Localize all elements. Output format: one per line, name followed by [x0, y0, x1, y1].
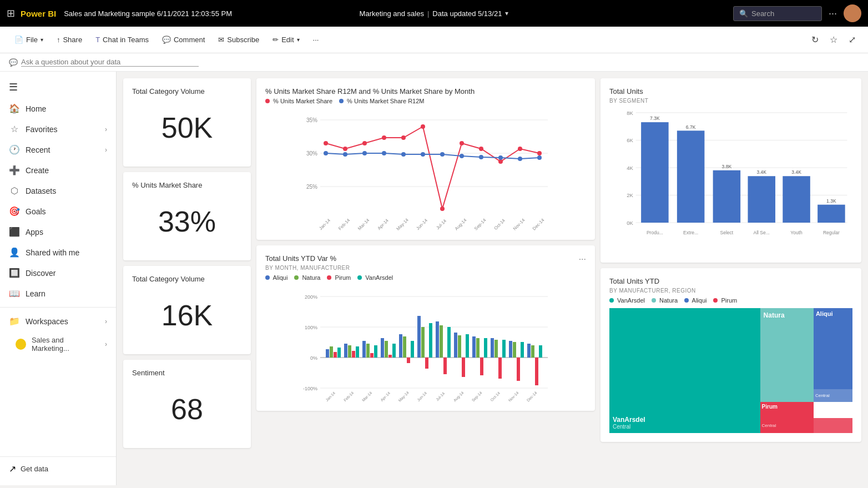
treemap-title: Total Units YTD — [609, 277, 696, 285]
sidebar-toggle[interactable]: ☰ — [0, 76, 116, 98]
treemap-cell-natura[interactable]: Natura — [760, 308, 814, 402]
search-box[interactable]: 🔍 Search — [733, 6, 822, 21]
svg-point-8 — [362, 141, 367, 145]
sidebar-item-apps[interactable]: ⬛ Apps — [0, 222, 116, 242]
more-options-icon[interactable]: ··· — [829, 8, 837, 19]
sidebar-sales-label: Sales and Marketing... — [32, 336, 99, 353]
svg-rect-127 — [748, 176, 775, 223]
svg-text:8K: 8K — [627, 110, 633, 116]
svg-rect-59 — [362, 341, 366, 358]
svg-text:Feb-14: Feb-14 — [337, 218, 351, 231]
svg-rect-84 — [476, 338, 480, 358]
svg-text:0%: 0% — [310, 355, 317, 361]
comment-button[interactable]: 💬 Comment — [157, 32, 210, 47]
svg-point-6 — [324, 141, 328, 145]
svg-rect-51 — [326, 349, 329, 358]
svg-rect-78 — [447, 327, 451, 358]
search-icon: 🔍 — [739, 9, 748, 18]
star-icon[interactable]: ☆ — [826, 31, 841, 48]
svg-rect-53 — [334, 352, 337, 358]
treemap-natura-label: Natura — [659, 297, 678, 304]
apps-icon: ⬛ — [9, 227, 20, 237]
svg-rect-96 — [531, 345, 534, 358]
get-data-button[interactable]: ↗ Get data — [0, 456, 116, 481]
sidebar-item-home[interactable]: 🏠 Home — [0, 98, 116, 119]
line-chart-legend: % Units Market Share % Units Market Shar… — [265, 98, 586, 104]
svg-rect-63 — [381, 338, 384, 358]
share-label: Share — [63, 36, 82, 44]
chevron-down-icon[interactable]: ▾ — [505, 9, 508, 17]
svg-text:All Se...: All Se... — [753, 230, 769, 235]
sidebar-item-create[interactable]: ➕ Create — [0, 160, 116, 180]
card-title-units-share: % Units Market Share — [132, 181, 242, 189]
comment-label: Comment — [174, 36, 205, 44]
workspaces-chevron-icon: › — [105, 318, 107, 325]
svg-point-9 — [382, 135, 386, 140]
treemap-legend-natura: Natura — [652, 297, 678, 304]
sidebar-apps-label: Apps — [26, 228, 43, 237]
avatar[interactable] — [844, 4, 861, 22]
middle-column: % Units Market Share R12M and % Units Ma… — [256, 78, 595, 448]
sidebar-learn-label: Learn — [26, 289, 46, 298]
svg-point-17 — [537, 151, 542, 155]
qna-input[interactable] — [21, 58, 199, 67]
svg-text:Produ...: Produ... — [647, 230, 663, 235]
svg-text:Oct-14: Oct-14 — [493, 218, 507, 231]
svg-point-23 — [421, 152, 425, 157]
svg-rect-97 — [535, 358, 538, 385]
more-button[interactable]: ··· — [307, 32, 325, 47]
svg-point-27 — [498, 155, 503, 160]
treemap-cell-aliqui[interactable]: Aliqui — [814, 308, 852, 389]
recent-icon: 🕐 — [9, 144, 20, 155]
ytd-var-chart-svg: 200% 100% 0% -100% — [265, 285, 586, 402]
sidebar-item-goals[interactable]: 🎯 Goals — [0, 201, 116, 222]
sidebar-item-shared[interactable]: 👤 Shared with me — [0, 242, 116, 263]
sidebar-item-discover[interactable]: 🔲 Discover — [0, 263, 116, 283]
svg-rect-87 — [491, 338, 494, 358]
legend-red-label: % Units Market Share — [273, 98, 332, 104]
svg-text:200%: 200% — [305, 294, 317, 300]
edit-label: Edit — [281, 36, 294, 44]
edit-button[interactable]: ✏ Edit ▾ — [267, 32, 305, 47]
treemap-natura-dot — [652, 298, 656, 303]
comment-icon: 💬 — [162, 36, 171, 44]
treemap-cell-pirum-central: Central — [760, 418, 852, 433]
chat-in-teams-button[interactable]: T Chat in Teams — [90, 32, 154, 47]
svg-text:Select: Select — [720, 230, 733, 235]
sidebar-item-favorites[interactable]: ☆ Favorites › — [0, 119, 116, 139]
main-layout: ☰ 🏠 Home ☆ Favorites › 🕐 Recent › ➕ Crea… — [0, 72, 868, 485]
svg-text:0K: 0K — [627, 220, 633, 226]
svg-text:6.7K: 6.7K — [686, 124, 696, 130]
sidebar-item-datasets[interactable]: ⬡ Datasets — [0, 180, 116, 201]
sales-dot-icon — [16, 339, 26, 350]
legend-blue-label: % Units Market Share R12M — [347, 98, 424, 104]
svg-rect-69 — [407, 358, 410, 363]
treemap-cell-vanarsdel[interactable]: VanArsdel Central — [609, 308, 760, 433]
sidebar-item-recent[interactable]: 🕐 Recent › — [0, 139, 116, 160]
sidebar-item-learn[interactable]: 📖 Learn — [0, 283, 116, 304]
svg-text:Mar-14: Mar-14 — [357, 218, 371, 231]
svg-text:25%: 25% — [306, 184, 317, 190]
sidebar-item-sales[interactable]: Sales and Marketing... › — [0, 331, 116, 357]
ytd-header: Total Units YTD Var % BY MONTH, MANUFACT… — [265, 254, 586, 271]
sidebar-discover-label: Discover — [26, 269, 55, 278]
svg-rect-83 — [472, 336, 476, 358]
share-button[interactable]: ↑ Share — [51, 32, 88, 47]
subscribe-button[interactable]: ✉ Subscribe — [213, 32, 265, 47]
discover-icon: 🔲 — [9, 268, 20, 278]
refresh-icon[interactable]: ↻ — [808, 31, 822, 48]
card-value-units-share: 33% — [132, 192, 242, 251]
svg-point-21 — [382, 151, 386, 155]
svg-text:Mar-14: Mar-14 — [361, 391, 373, 402]
svg-text:Dec-14: Dec-14 — [532, 218, 546, 231]
fullscreen-icon[interactable]: ⤢ — [845, 31, 859, 48]
legend-blue: % Units Market Share R12M — [339, 98, 424, 104]
svg-text:Regular: Regular — [823, 230, 840, 235]
svg-text:3.4K: 3.4K — [791, 169, 801, 175]
file-button[interactable]: 📄 File ▾ — [9, 32, 49, 47]
svg-rect-62 — [374, 345, 377, 358]
sidebar-item-workspaces[interactable]: 📁 Workspaces › — [0, 311, 116, 331]
ytd-more-icon[interactable]: ··· — [579, 254, 586, 264]
svg-rect-68 — [403, 336, 406, 358]
grid-icon[interactable]: ⊞ — [7, 7, 15, 19]
